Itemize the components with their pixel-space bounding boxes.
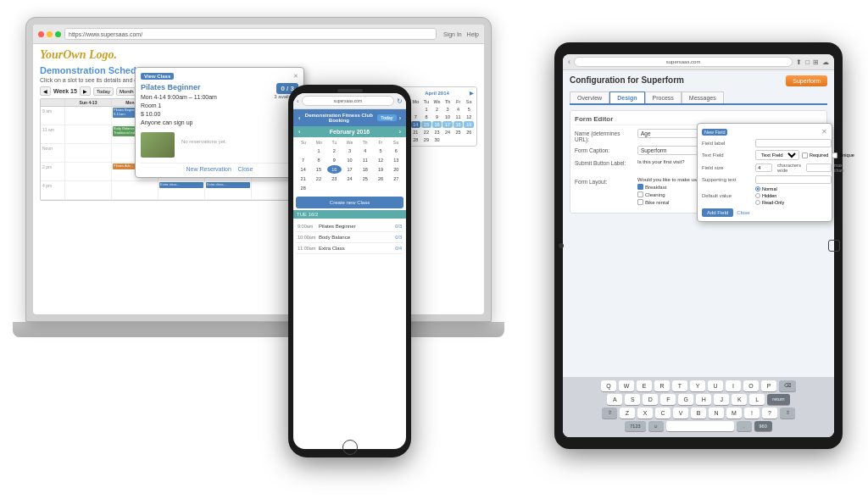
laptop-mini-cal-cell[interactable]: 17: [442, 121, 453, 128]
laptop-mini-cal-next[interactable]: ▶: [470, 90, 474, 96]
key-p[interactable]: P: [761, 380, 776, 391]
tablet-tabs-icon[interactable]: ⊞: [813, 58, 819, 66]
phone-address-bar[interactable]: supersaas.com: [302, 96, 394, 106]
laptop-mini-cal-today[interactable]: 14: [411, 121, 421, 128]
laptop-event-tue-4[interactable]: Extra class...: [159, 182, 203, 188]
laptop-mini-cal-cell[interactable]: 4: [453, 106, 464, 113]
phone-cal-cell[interactable]: 23: [327, 175, 342, 183]
key-m[interactable]: M: [726, 408, 742, 419]
laptop-mini-cal-cell[interactable]: 21: [411, 129, 421, 136]
tablet-radio-hidden-circle[interactable]: [755, 193, 760, 198]
laptop-cell-tue-4[interactable]: Extra class...: [158, 181, 204, 199]
phone-cal-cell[interactable]: 6: [389, 147, 403, 155]
tablet-supporting-text-input[interactable]: [755, 175, 832, 184]
laptop-mini-cal-cell[interactable]: 5: [464, 106, 474, 113]
tablet-new-field-close-button[interactable]: Close: [737, 210, 749, 215]
phone-cal-cell[interactable]: 22: [311, 175, 326, 183]
phone-cal-cell[interactable]: 24: [342, 175, 357, 183]
tablet-tab-process[interactable]: Process: [645, 91, 682, 103]
phone-cal-cell[interactable]: 25: [358, 175, 372, 183]
phone-cal-cell[interactable]: 10: [342, 156, 357, 164]
phone-cal-cell[interactable]: 2: [327, 147, 342, 155]
phone-cal-cell[interactable]: 18: [358, 165, 372, 174]
phone-cal-cell[interactable]: 12: [373, 156, 387, 164]
key-z[interactable]: Z: [620, 408, 635, 419]
key-c[interactable]: C: [655, 408, 670, 419]
phone-cal-cell[interactable]: 13: [389, 156, 403, 164]
laptop-month-btn[interactable]: Month: [116, 87, 137, 96]
key-shift-right[interactable]: ⇧: [780, 408, 795, 419]
key-delete[interactable]: ⌫: [779, 380, 796, 391]
laptop-mini-cal-cell[interactable]: 12: [464, 114, 474, 120]
laptop-cell-mon-4[interactable]: [111, 181, 158, 199]
key-k[interactable]: K: [732, 394, 747, 405]
laptop-mini-cal-cell[interactable]: 8: [421, 114, 431, 120]
phone-create-btn[interactable]: Create new Class: [296, 197, 403, 208]
laptop-close-button[interactable]: [38, 31, 44, 37]
tablet-radio-normal-circle[interactable]: [755, 186, 760, 191]
laptop-popup-new-reservation-link[interactable]: New Reservation: [186, 166, 231, 172]
phone-cal-cell[interactable]: 17: [342, 165, 357, 174]
laptop-mini-cal-cell[interactable]: 28: [411, 136, 421, 143]
laptop-cell-wed-4[interactable]: Extra class...: [204, 181, 251, 199]
tablet-add-field-button[interactable]: Add Field: [702, 208, 733, 217]
phone-cal-cell[interactable]: 19: [373, 165, 387, 174]
phone-event-name-0[interactable]: Pilates Beginner: [319, 224, 395, 229]
key-d[interactable]: D: [643, 394, 658, 405]
laptop-mini-cal-cell[interactable]: 24: [442, 129, 453, 136]
laptop-today-btn[interactable]: Today: [93, 87, 114, 96]
tablet-back-icon[interactable]: ‹: [568, 58, 570, 66]
laptop-mini-cal-cell[interactable]: 7: [411, 114, 421, 120]
laptop-mini-cal-cell[interactable]: 11: [453, 114, 464, 120]
key-numbers[interactable]: 7123: [625, 421, 645, 431]
tablet-bookmark-icon[interactable]: □: [805, 58, 810, 66]
tablet-tab-overview[interactable]: Overview: [570, 91, 609, 103]
key-o[interactable]: O: [743, 380, 759, 391]
laptop-mini-cal-cell[interactable]: 18: [453, 121, 464, 128]
laptop-mini-cal-cell[interactable]: 15: [421, 121, 431, 128]
laptop-popup-close-link[interactable]: Close: [238, 166, 253, 172]
phone-cal-cell[interactable]: 5: [373, 147, 387, 155]
key-period[interactable]: ?: [762, 408, 777, 419]
phone-cal-cell[interactable]: 28: [296, 184, 310, 192]
phone-back-icon[interactable]: ‹: [297, 97, 299, 105]
laptop-cell-sun-4[interactable]: [64, 181, 111, 199]
phone-cal-cell[interactable]: [296, 147, 310, 155]
tablet-tab-design[interactable]: Design: [609, 91, 644, 103]
laptop-mini-cal-cell[interactable]: 29: [421, 136, 431, 143]
tablet-new-field-label-input[interactable]: [755, 139, 832, 147]
phone-event-name-2[interactable]: Extra Class: [319, 246, 395, 251]
phone-forward-icon[interactable]: ›: [399, 115, 401, 121]
key-v[interactable]: V: [673, 408, 688, 419]
key-n[interactable]: N: [709, 408, 724, 419]
tablet-superform-button[interactable]: Superform: [786, 75, 827, 86]
laptop-popup-close-icon[interactable]: ✕: [293, 73, 298, 80]
phone-today-button[interactable]: Today: [377, 114, 396, 121]
phone-cal-cell[interactable]: 3: [342, 147, 357, 155]
key-q[interactable]: Q: [601, 380, 616, 391]
laptop-mini-cal-cell[interactable]: 3: [442, 106, 453, 113]
tablet-share-icon[interactable]: ⬆: [796, 58, 802, 66]
phone-event-name-1[interactable]: Body Balance: [319, 235, 395, 240]
key-u[interactable]: U: [708, 380, 723, 391]
phone-month-prev-icon[interactable]: ‹: [298, 129, 300, 135]
laptop-mini-cal-cell[interactable]: 25: [453, 129, 464, 136]
key-h[interactable]: H: [696, 394, 711, 405]
phone-cal-cell[interactable]: 21: [296, 175, 310, 183]
phone-home-button[interactable]: [342, 440, 358, 455]
key-i[interactable]: I: [726, 380, 741, 391]
tablet-required-box[interactable]: [802, 152, 808, 158]
key-j[interactable]: J: [714, 394, 729, 405]
phone-cal-cell[interactable]: 11: [358, 156, 372, 164]
key-period-final[interactable]: .: [737, 421, 752, 431]
key-x[interactable]: X: [637, 408, 653, 419]
laptop-next-btn[interactable]: ▶: [80, 86, 91, 96]
key-l[interactable]: L: [749, 394, 765, 405]
laptop-mini-cal-cell[interactable]: 9: [432, 114, 442, 120]
key-e[interactable]: E: [637, 380, 652, 391]
tablet-address-bar[interactable]: supersaas.com: [574, 57, 793, 67]
phone-month-next-icon[interactable]: ›: [399, 129, 401, 135]
laptop-mini-cal-cell[interactable]: 2: [432, 106, 442, 113]
key-go[interactable]: 960: [754, 421, 772, 431]
tablet-checkbox-breakfast-box[interactable]: [637, 184, 643, 190]
